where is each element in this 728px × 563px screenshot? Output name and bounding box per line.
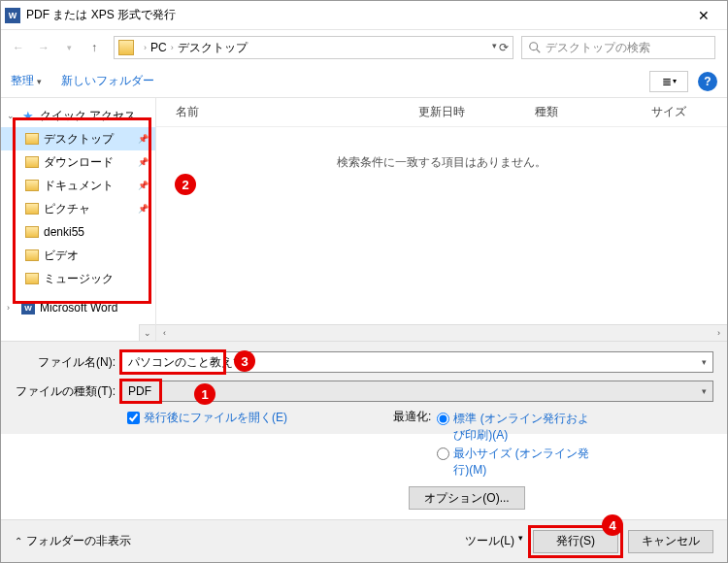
column-size[interactable]: サイズ — [651, 104, 710, 120]
window-title: PDF または XPS 形式で発行 — [26, 7, 684, 23]
scroll-left-icon[interactable]: ‹ — [156, 325, 173, 342]
organize-menu[interactable]: 整理▾ — [11, 73, 42, 89]
filetype-label: ファイルの種類(T): — [15, 383, 121, 400]
hide-folders-button[interactable]: ⌃ フォルダーの非表示 — [15, 533, 131, 549]
tree-item-videos[interactable]: ビデオ — [1, 244, 155, 267]
pin-icon: 📌 — [138, 157, 149, 167]
chevron-right-icon: › — [144, 43, 147, 52]
chevron-right-icon: › — [171, 43, 174, 52]
back-button[interactable]: ← — [7, 36, 30, 59]
open-after-check[interactable] — [127, 412, 140, 424]
expand-icon[interactable]: › — [7, 303, 17, 313]
address-dropdown-icon[interactable]: ▾ — [492, 41, 497, 54]
word-icon: W — [21, 301, 35, 315]
radio-standard[interactable] — [437, 413, 449, 425]
radio-minsize[interactable] — [437, 447, 449, 460]
word-app-icon: W — [5, 8, 20, 23]
breadcrumb-pc[interactable]: PC — [150, 41, 167, 54]
tree-item-desktop[interactable]: デスクトップ📌 — [1, 127, 155, 150]
filetype-select[interactable]: PDF ▾ — [121, 381, 713, 402]
search-icon — [528, 41, 542, 54]
pin-icon: 📌 — [138, 134, 149, 144]
folder-icon — [25, 249, 39, 261]
tree-quick-access[interactable]: ⌄ ★ クイック アクセス — [1, 104, 155, 127]
folder-icon — [25, 180, 39, 191]
breadcrumb-desktop[interactable]: デスクトップ — [178, 40, 248, 56]
collapse-icon[interactable]: ⌄ — [7, 111, 17, 120]
filetype-dropdown-icon[interactable]: ▾ — [702, 386, 707, 396]
forward-button[interactable]: → — [32, 36, 55, 59]
tree-item-documents[interactable]: ドキュメント📌 — [1, 174, 155, 197]
tree-item-downloads[interactable]: ダウンロード📌 — [1, 150, 155, 174]
svg-point-0 — [530, 43, 538, 50]
new-folder-button[interactable]: 新しいフォルダー — [61, 73, 154, 89]
filename-input[interactable]: パソコンのこと教えて ▾ — [121, 351, 713, 373]
column-name[interactable]: 名前 — [176, 104, 418, 120]
folder-icon — [25, 273, 39, 284]
folder-icon — [118, 40, 134, 55]
column-type[interactable]: 種類 — [535, 104, 651, 120]
star-icon: ★ — [20, 108, 36, 123]
refresh-icon[interactable]: ⟳ — [499, 41, 509, 54]
filename-label: ファイル名(N): — [15, 354, 121, 371]
tree-item-music[interactable]: ミュージック — [1, 267, 155, 290]
tree-scroll-down[interactable]: ⌄ — [139, 324, 155, 341]
search-input[interactable]: デスクトップの検索 — [521, 36, 715, 59]
view-icon: ≣ — [662, 75, 671, 88]
column-date[interactable]: 更新日時 — [418, 104, 535, 120]
search-placeholder: デスクトップの検索 — [546, 40, 650, 56]
column-headers[interactable]: 名前 更新日時 種類 サイズ — [156, 98, 727, 127]
horizontal-scrollbar[interactable]: ‹ › — [156, 324, 727, 341]
tool-menu[interactable]: ツール(L)▾ — [465, 533, 523, 549]
tree-item-pictures[interactable]: ピクチャ📌 — [1, 197, 155, 220]
publish-button[interactable]: 発行(S) — [533, 530, 618, 553]
tree-item-denki55[interactable]: denki55 — [1, 220, 155, 244]
up-button[interactable]: ↑ — [83, 36, 106, 59]
empty-message: 検索条件に一致する項目はありません。 — [156, 154, 727, 171]
optimize-minsize-radio[interactable]: 最小サイズ (オンライン発行)(M) — [437, 446, 599, 479]
pin-icon: 📌 — [138, 181, 149, 190]
folder-icon — [25, 203, 39, 215]
folder-icon — [25, 156, 39, 168]
address-bar[interactable]: › PC › デスクトップ ▾ ⟳ — [114, 36, 513, 59]
folder-icon — [25, 226, 39, 238]
svg-line-1 — [537, 50, 541, 53]
help-button[interactable]: ? — [698, 72, 717, 91]
filename-dropdown-icon[interactable]: ▾ — [702, 357, 707, 367]
view-button[interactable]: ≣ ▾ — [649, 71, 688, 92]
optimize-standard-radio[interactable]: 標準 (オンライン発行および印刷)(A) — [437, 411, 599, 444]
cancel-button[interactable]: キャンセル — [628, 530, 713, 553]
options-button[interactable]: オプション(O)... — [409, 486, 525, 510]
pin-icon: 📌 — [138, 204, 149, 214]
scroll-right-icon[interactable]: › — [711, 325, 727, 342]
folder-icon — [25, 133, 39, 145]
close-button[interactable]: ✕ — [684, 1, 723, 30]
optimize-label: 最適化: — [393, 409, 431, 479]
navigation-tree: ⌄ ★ クイック アクセス デスクトップ📌 ダウンロード📌 ドキュメント📌 ピク… — [1, 98, 156, 341]
chevron-up-icon: ⌃ — [15, 536, 22, 546]
recent-dropdown[interactable]: ▾ — [57, 36, 81, 59]
tree-item-word[interactable]: › W Microsoft Word — [1, 296, 155, 319]
